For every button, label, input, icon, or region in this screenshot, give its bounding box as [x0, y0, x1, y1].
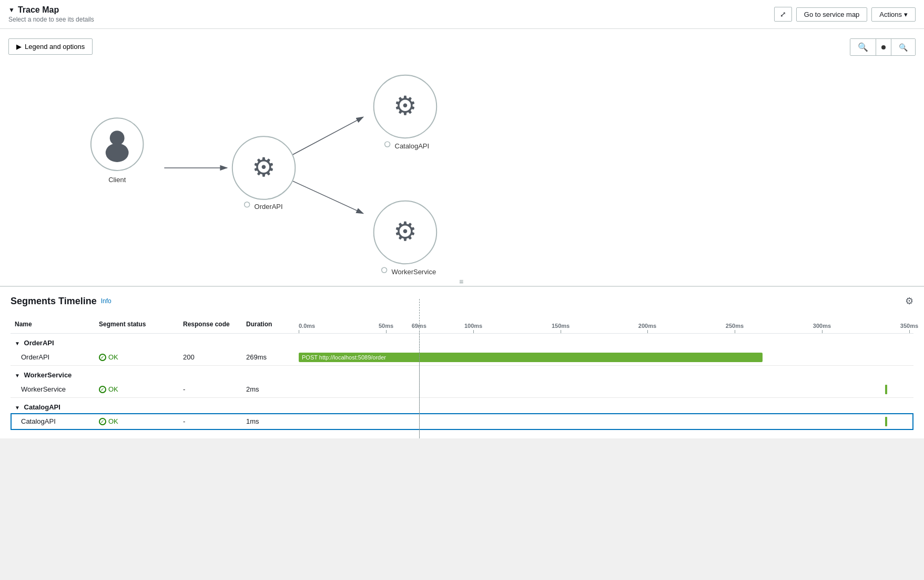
bar-orderapi: POST http://localhost:5089/order — [299, 353, 763, 362]
header-buttons: ⤢ Go to service map Actions ▾ — [774, 7, 916, 22]
zoom-in-button[interactable]: 🔍 — [850, 39, 876, 55]
row-response-code: 200 — [179, 349, 242, 366]
group-workerservice-collapse-icon[interactable]: ▼ — [15, 373, 20, 378]
ok-icon: ✓ — [99, 354, 106, 361]
svg-text:⚙: ⚙ — [393, 91, 417, 121]
segments-header: Segments Timeline Info ⚙ — [11, 295, 913, 307]
timeline-table: Name Segment status Response code Durati… — [11, 315, 913, 430]
axis-label-200: 200ms — [638, 323, 656, 329]
info-badge[interactable]: Info — [101, 297, 111, 305]
svg-text:CatalogAPI: CatalogAPI — [395, 142, 429, 150]
table-header-row: Name Segment status Response code Durati… — [11, 315, 913, 334]
header-subtitle: Select a node to see its details — [8, 16, 94, 23]
group-workerservice-label: WorkerService — [24, 371, 72, 379]
zoom-out-icon: 🔍 — [899, 43, 908, 52]
axis-label-300: 300ms — [813, 323, 831, 329]
group-catalogapi-label: CatalogAPI — [24, 403, 60, 411]
bar-catalogapi — [885, 417, 887, 426]
row-duration: 269ms — [242, 349, 295, 366]
axis-label-250: 250ms — [726, 323, 744, 329]
graph-svg: Client ⚙ OrderAPI ⚙ CatalogAPI ⚙ WorkerS… — [0, 29, 924, 286]
ok-icon: ✓ — [99, 418, 106, 425]
col-header-status: Segment status — [95, 315, 179, 334]
edge-orderapi-workerservice — [292, 181, 363, 214]
axis-label-50: 50ms — [379, 323, 393, 329]
node-workerservice[interactable]: ⚙ WorkerService — [374, 201, 437, 276]
legend-button[interactable]: ▶ Legend and options — [8, 38, 93, 55]
row-timeline-cell — [295, 413, 913, 430]
node-client[interactable]: Client — [91, 118, 144, 184]
row-response-code: - — [179, 413, 242, 430]
svg-text:⚙: ⚙ — [393, 217, 417, 246]
trace-map-section: ▶ Legend and options 🔍 🔍 — [0, 29, 924, 287]
row-duration: 2ms — [242, 381, 295, 398]
chevron-down-icon: ▾ — [904, 11, 908, 18]
axis-label-100: 100ms — [464, 323, 482, 329]
table-row[interactable]: OrderAPI ✓ OK 200 269ms POST http://loca… — [11, 349, 913, 366]
zoom-in-icon: 🔍 — [858, 43, 868, 52]
table-row[interactable]: CatalogAPI ✓ OK - 1ms — [11, 413, 913, 430]
col-header-response: Response code — [179, 315, 242, 334]
group-catalogapi: ▼ CatalogAPI — [11, 398, 913, 414]
segments-title: Segments Timeline Info — [11, 296, 111, 307]
group-orderapi-label: OrderAPI — [24, 339, 54, 347]
row-timeline-cell — [295, 381, 913, 398]
row-status: ✓ OK — [95, 349, 179, 366]
fullscreen-button[interactable]: ⤢ — [774, 7, 792, 22]
table-row[interactable]: WorkerService ✓ OK - 2ms — [11, 381, 913, 398]
svg-text:⚙: ⚙ — [252, 153, 276, 182]
svg-text:OrderAPI: OrderAPI — [255, 203, 283, 211]
col-header-timeline: 0.0ms 50ms 100ms 150ms 200ms 250ms 300ms… — [295, 315, 913, 334]
top-header: ▼ Trace Map Select a node to see its det… — [0, 0, 924, 29]
group-collapse-icon[interactable]: ▼ — [15, 341, 20, 346]
page-title: ▼ Trace Map — [8, 5, 94, 15]
fullscreen-icon: ⤢ — [780, 10, 786, 18]
zoom-out-button[interactable]: 🔍 — [891, 39, 915, 55]
axis-label-350: 350ms — [900, 323, 918, 329]
svg-point-2 — [110, 131, 125, 145]
group-orderapi: ▼ OrderAPI — [11, 334, 913, 349]
ok-icon: ✓ — [99, 386, 106, 393]
row-response-code: - — [179, 381, 242, 398]
row-name: CatalogAPI — [11, 413, 95, 430]
axis-label-150: 150ms — [552, 323, 570, 329]
svg-point-7 — [245, 202, 250, 207]
svg-point-3 — [106, 143, 129, 162]
collapse-arrow[interactable]: ▼ — [8, 6, 15, 14]
segments-section: Segments Timeline Info ⚙ Name Segment st… — [0, 287, 924, 438]
row-status: ✓ OK — [95, 413, 179, 430]
svg-point-15 — [382, 267, 387, 273]
header-left: ▼ Trace Map Select a node to see its det… — [8, 5, 94, 23]
svg-point-11 — [385, 142, 390, 147]
row-status: ✓ OK — [95, 381, 179, 398]
group-workerservice: ▼ WorkerService — [11, 366, 913, 382]
node-orderapi[interactable]: ⚙ OrderAPI — [232, 136, 296, 210]
row-duration: 1ms — [242, 413, 295, 430]
row-name: WorkerService — [11, 381, 95, 398]
col-header-name: Name — [11, 315, 95, 334]
group-catalogapi-collapse-icon[interactable]: ▼ — [15, 405, 20, 411]
svg-text:WorkerService: WorkerService — [392, 268, 436, 276]
go-to-service-map-button[interactable]: Go to service map — [796, 7, 868, 22]
edge-orderapi-catalogapi — [292, 117, 363, 155]
dashed-marker-line — [419, 363, 420, 439]
svg-text:Client: Client — [108, 176, 126, 184]
legend-collapse-icon: ▶ — [16, 43, 22, 51]
zoom-dot-icon — [881, 45, 886, 49]
row-name: OrderAPI — [11, 349, 95, 366]
axis-label-0: 0.0ms — [299, 323, 315, 329]
divider-handle[interactable]: ≡ — [459, 277, 465, 286]
zoom-controls: 🔍 🔍 — [850, 38, 916, 56]
col-header-duration: Duration — [242, 315, 295, 334]
zoom-reset-button[interactable] — [876, 39, 891, 55]
node-catalogapi[interactable]: ⚙ CatalogAPI — [374, 75, 437, 150]
row-timeline-cell: POST http://localhost:5089/order — [295, 349, 913, 366]
actions-button[interactable]: Actions ▾ — [871, 7, 916, 22]
bar-workerservice — [885, 385, 887, 394]
settings-icon[interactable]: ⚙ — [905, 295, 913, 307]
